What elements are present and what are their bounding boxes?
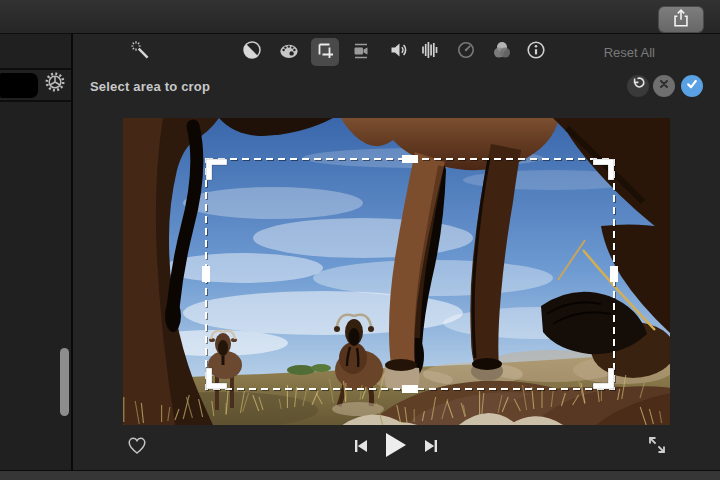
- play-button[interactable]: [385, 435, 407, 459]
- video-camera-icon: [350, 39, 372, 65]
- contrast-circle-icon: [241, 39, 263, 65]
- fullscreen-button[interactable]: [646, 436, 668, 458]
- heart-icon: [126, 434, 148, 460]
- undo-arrow-icon: [630, 76, 646, 96]
- reset-all-button[interactable]: Reset All: [595, 45, 655, 60]
- gear-icon: [43, 70, 67, 98]
- apply-button[interactable]: [681, 75, 703, 97]
- crop-icon: [314, 39, 336, 65]
- speaker-icon: [387, 39, 409, 65]
- share-button[interactable]: [659, 7, 703, 32]
- crop-overlay[interactable]: [123, 118, 670, 425]
- undo-button[interactable]: [627, 75, 649, 97]
- equalizer-bars-icon: [419, 39, 441, 65]
- three-circles-icon: [491, 39, 513, 65]
- clip-info-button[interactable]: [522, 38, 550, 66]
- noise-reduction-button[interactable]: [416, 38, 444, 66]
- previous-frame-icon: [353, 438, 369, 458]
- checkmark-icon: [684, 76, 700, 96]
- next-frame-button[interactable]: [423, 440, 439, 456]
- video-preview[interactable]: [123, 118, 670, 425]
- stabilization-button[interactable]: [347, 38, 375, 66]
- speedometer-icon: [455, 39, 477, 65]
- crop-button[interactable]: [311, 38, 339, 66]
- sidebar-main-divider: [71, 33, 73, 470]
- next-frame-icon: [423, 438, 439, 458]
- crop-instruction-label: Select area to crop: [90, 79, 210, 94]
- enhance-button[interactable]: [126, 38, 154, 66]
- cancel-button[interactable]: [653, 75, 675, 97]
- color-balance-button[interactable]: [238, 38, 266, 66]
- magic-wand-icon: [129, 39, 151, 65]
- close-x-icon: [656, 76, 672, 96]
- sidebar: [0, 34, 71, 470]
- color-correction-button[interactable]: [275, 38, 303, 66]
- timeline-strip: [0, 470, 720, 480]
- titlebar: [0, 0, 720, 34]
- sidebar-scrollbar-thumb[interactable]: [60, 348, 69, 416]
- info-icon: [525, 39, 547, 65]
- share-icon: [670, 7, 692, 33]
- fullscreen-icon: [646, 434, 668, 460]
- settings-gear-button[interactable]: [43, 72, 67, 96]
- clip-thumbnail[interactable]: [0, 73, 38, 98]
- play-icon: [385, 433, 407, 461]
- speed-button[interactable]: [452, 38, 480, 66]
- volume-button[interactable]: [384, 38, 412, 66]
- imovie-adjust-window: Reset All Select area to crop: [0, 0, 720, 480]
- color-filters-button[interactable]: [488, 38, 516, 66]
- previous-frame-button[interactable]: [353, 440, 369, 456]
- palette-icon: [278, 39, 300, 65]
- sidebar-divider: [0, 100, 71, 102]
- favorite-button[interactable]: [125, 435, 149, 459]
